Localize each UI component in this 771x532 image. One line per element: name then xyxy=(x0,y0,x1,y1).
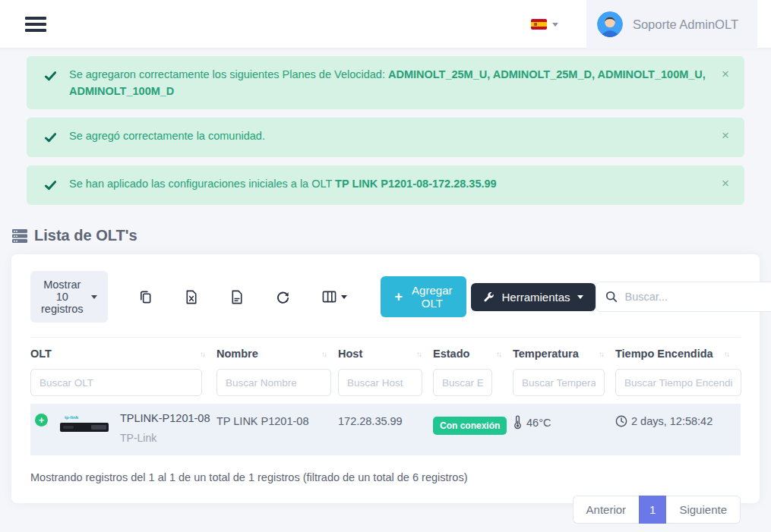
spain-flag-icon xyxy=(531,19,547,30)
column-header-nombre[interactable]: Nombre↑↓ xyxy=(216,348,338,360)
alert-message: Se han aplicado las configuraciones inic… xyxy=(69,175,722,195)
pagination-page-1-button[interactable]: 1 xyxy=(639,496,666,524)
cell-olt: + tp-link TPLINK-P1201-08 TP-Link xyxy=(30,411,216,444)
check-icon xyxy=(45,131,56,147)
column-label: Temperatura xyxy=(513,348,579,360)
alert-bold-text: TP LINK P1201-08-172.28.35.99 xyxy=(335,178,497,190)
table-toolbar: Mostrar 10 registros xyxy=(30,271,741,323)
sort-icon[interactable]: ↑↓ xyxy=(321,350,326,358)
cell-temperatura: 46°C xyxy=(513,411,615,430)
global-search xyxy=(596,282,771,312)
column-label: Estado xyxy=(433,348,469,360)
table-info-text: Mostrando registros del 1 al 1 de un tot… xyxy=(30,471,741,483)
close-icon[interactable]: × xyxy=(722,127,729,144)
pagination-prev-button[interactable]: Anterior xyxy=(573,496,640,524)
search-input[interactable] xyxy=(625,291,765,303)
server-icon xyxy=(11,228,28,244)
filter-tiempo-input[interactable] xyxy=(615,369,741,396)
alert-text: Se agregó correctamente la comunidad. xyxy=(69,130,265,142)
show-entries-dropdown[interactable]: Mostrar 10 registros xyxy=(30,271,108,323)
thermometer-icon xyxy=(513,415,523,430)
refresh-button[interactable] xyxy=(271,287,295,307)
sort-icon[interactable]: ↑↓ xyxy=(200,350,204,358)
sort-icon[interactable]: ↑↓ xyxy=(416,350,421,358)
olt-name: TPLINK-P1201-08 xyxy=(120,412,210,424)
add-olt-button[interactable]: + Agregar OLT xyxy=(381,276,467,317)
copy-button[interactable] xyxy=(134,287,157,307)
uptime-value: 2 days, 12:58:42 xyxy=(631,415,713,427)
alert-comunidad: Se agregó correctamente la comunidad. × xyxy=(27,118,744,157)
alert-text: Se agregaron correctamente los siguiente… xyxy=(69,68,388,80)
menu-icon[interactable] xyxy=(25,14,46,35)
user-menu[interactable]: Soporte AdminOLT xyxy=(586,0,757,49)
column-visibility-dropdown[interactable] xyxy=(318,287,352,307)
close-icon[interactable]: × xyxy=(722,66,729,83)
column-header-tiempo-encendida[interactable]: Tiempo Encendida↑↓ xyxy=(615,348,741,360)
tools-dropdown[interactable]: Herramientas xyxy=(471,283,595,311)
column-header-host[interactable]: Host↑↓ xyxy=(338,348,433,360)
search-icon xyxy=(605,291,618,303)
olt-brand: TP-Link xyxy=(120,432,210,444)
user-name: Soporte AdminOLT xyxy=(633,17,738,32)
check-icon xyxy=(45,178,56,195)
avatar xyxy=(597,11,623,37)
olt-table: OLT↑↓ Nombre↑↓ Host↑↓ Estado↑↓ Temperatu… xyxy=(30,337,741,455)
cell-host: 172.28.35.99 xyxy=(338,411,433,427)
column-header-olt[interactable]: OLT↑↓ xyxy=(30,348,216,360)
chevron-down-icon xyxy=(552,23,558,27)
page-title-text: Lista de OLT's xyxy=(34,227,137,244)
column-label: OLT xyxy=(30,348,52,360)
show-entries-label: Mostrar 10 registros xyxy=(41,279,84,315)
refresh-icon xyxy=(276,290,290,304)
cell-estado: Con conexión xyxy=(433,411,513,435)
chevron-down-icon xyxy=(341,295,347,299)
table-filter-row xyxy=(30,367,741,404)
plus-icon: + xyxy=(395,291,403,302)
column-label: Tiempo Encendida xyxy=(615,348,713,360)
columns-icon xyxy=(322,290,337,304)
alert-configuraciones-olt: Se han aplicado las configuraciones inic… xyxy=(27,165,744,205)
alert-message: Se agregaron correctamente los siguiente… xyxy=(69,66,722,99)
alert-message: Se agregó correctamente la comunidad. xyxy=(69,127,722,147)
add-olt-label: Agregar OLT xyxy=(412,284,452,310)
column-header-estado[interactable]: Estado↑↓ xyxy=(433,348,513,360)
clock-icon xyxy=(615,415,627,427)
column-label: Host xyxy=(338,348,362,360)
table-header-row: OLT↑↓ Nombre↑↓ Host↑↓ Estado↑↓ Temperatu… xyxy=(30,338,741,367)
table-row[interactable]: + tp-link TPLINK-P1201-08 TP-Link TP LIN… xyxy=(30,404,741,455)
device-logo-text: tp-link xyxy=(65,415,78,420)
close-icon[interactable]: × xyxy=(722,175,729,192)
chevron-down-icon xyxy=(91,295,97,299)
export-excel-button[interactable] xyxy=(180,287,203,307)
filter-olt-input[interactable] xyxy=(30,369,202,396)
column-header-temperatura[interactable]: Temperatura↑↓ xyxy=(513,348,615,360)
pagination-next-button[interactable]: Siguiente xyxy=(666,496,741,524)
filter-estado-input[interactable] xyxy=(433,369,492,396)
language-dropdown[interactable] xyxy=(531,19,558,30)
temperature-value: 46°C xyxy=(526,417,551,429)
status-badge: Con conexión xyxy=(433,417,507,435)
wrench-icon xyxy=(483,291,495,303)
sort-icon[interactable]: ↑↓ xyxy=(496,350,501,358)
pagination: Anterior 1 Siguiente xyxy=(30,496,741,524)
check-icon xyxy=(45,69,56,99)
cell-tiempo-encendida: 2 days, 12:58:42 xyxy=(615,411,741,427)
sort-icon[interactable]: ↑↓ xyxy=(724,350,728,358)
file-icon xyxy=(230,290,244,304)
tools-label: Herramientas xyxy=(501,291,570,304)
top-navbar: Soporte AdminOLT xyxy=(0,0,771,49)
excel-file-icon xyxy=(185,290,198,304)
column-label: Nombre xyxy=(216,348,258,360)
copy-icon xyxy=(138,290,153,304)
olt-device-image: tp-link xyxy=(60,415,109,438)
filter-temperatura-input[interactable] xyxy=(513,369,605,396)
export-file-button[interactable] xyxy=(226,287,248,307)
expand-row-button[interactable]: + xyxy=(35,414,48,427)
cell-nombre: TP LINK P1201-08 xyxy=(216,411,338,427)
alert-planes-velocidad: Se agregaron correctamente los siguiente… xyxy=(27,56,744,109)
alerts-container: Se agregaron correctamente los siguiente… xyxy=(27,56,744,205)
filter-nombre-input[interactable] xyxy=(216,369,331,396)
sort-icon[interactable]: ↑↓ xyxy=(599,350,603,358)
filter-host-input[interactable] xyxy=(338,369,422,396)
page-title: Lista de OLT's xyxy=(11,227,760,244)
